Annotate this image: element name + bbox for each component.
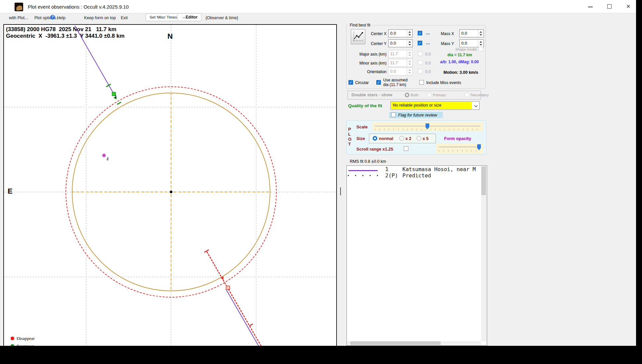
plot-letter-p: P <box>348 127 351 132</box>
close-button[interactable]: ✕ <box>621 0 636 13</box>
include-miss-checkbox[interactable] <box>419 80 424 85</box>
observation-row-name[interactable]: Predicted <box>402 172 431 179</box>
size-label: Size <box>356 136 365 141</box>
minor-axis-cb-value: 0.0 <box>425 61 431 66</box>
spinner-arrows <box>407 59 412 67</box>
flag-review-checkbox[interactable] <box>391 113 396 117</box>
close-icon: ✕ <box>626 3 630 10</box>
spinner-arrows[interactable] <box>407 30 412 37</box>
double-secondary-radio[interactable] <box>465 93 469 97</box>
horizontal-scrollbar-thumb[interactable] <box>350 341 440 345</box>
menu-exit[interactable]: Exit <box>121 16 128 20</box>
mass-y-spinner[interactable]: 0.0 <box>459 39 484 47</box>
observations-listbox[interactable]: 1 Katsumasa Hosoi, near M 2(P) Predicted <box>346 165 487 346</box>
center-dot <box>170 191 172 193</box>
opacity-slider-track[interactable] <box>436 143 483 153</box>
scroll-range-checkbox[interactable] <box>404 146 408 151</box>
help-icon[interactable]: ? <box>50 15 55 20</box>
center-x-spinner[interactable]: 0.0 <box>388 29 413 37</box>
horizontal-scrollbar[interactable] <box>347 341 481 345</box>
vertical-scrollbar-thumb[interactable] <box>482 167 486 195</box>
maximize-icon <box>607 4 612 9</box>
scroll-range-label: Scroll range x1.25 <box>356 147 393 152</box>
center-x-value[interactable]: 0.0 <box>390 31 396 36</box>
title-bar: Plot event observations : Occult v.4.202… <box>0 0 636 13</box>
editor-button[interactable]: →Editor <box>177 13 202 21</box>
size-x2-radio[interactable] <box>399 136 404 141</box>
menu-help[interactable]: Help <box>57 16 66 20</box>
minor-axis-checkbox[interactable] <box>418 60 423 65</box>
opacity-slider-ticks <box>439 150 480 152</box>
center-y-value[interactable]: 0.0 <box>390 41 396 46</box>
major-axis-spinner: 11.7 <box>388 50 413 58</box>
mass-y-label: Mass Y <box>437 41 454 46</box>
window-title: Plot event observations : Occult v.4.202… <box>28 4 129 10</box>
orientation-checkbox[interactable] <box>418 69 423 73</box>
set-miss-times-button[interactable]: Set 'Miss' Times <box>146 14 181 21</box>
menu-keep-form-on-top[interactable]: Keep form on top <box>84 16 116 20</box>
opacity-slider-thumb[interactable] <box>477 144 481 150</box>
mass-y-value[interactable]: 0.0 <box>461 41 467 46</box>
double-primary-label: Primary <box>433 93 446 97</box>
spinner-arrows <box>407 50 412 58</box>
vertical-scrollbar[interactable] <box>481 166 486 341</box>
disappear-dot <box>11 337 14 340</box>
center-x-label: Center X <box>357 31 387 36</box>
quality-dropdown[interactable]: No reliable position or size <box>390 101 480 110</box>
predicted-star-number: 2 <box>107 157 109 161</box>
shape-model-checkbox[interactable] <box>479 47 483 51</box>
minor-axis-spinner: 11.7 <box>388 59 413 67</box>
major-axis-label: Major axis (km) <box>347 52 387 57</box>
plot-canvas[interactable]: (33858) 2000 HG78 2025 Nov 21 11.7 km Ge… <box>3 24 337 346</box>
orientation-label: Orientation <box>347 69 387 74</box>
menu-plot-options[interactable]: Plot options... <box>34 16 60 20</box>
size-x5-radio[interactable] <box>417 136 421 141</box>
major-axis-checkbox[interactable] <box>418 51 423 56</box>
plot-title: (33858) 2000 HG78 2025 Nov 21 11.7 km <box>6 26 116 33</box>
circular-checkbox[interactable] <box>348 80 353 85</box>
spinner-arrows[interactable] <box>478 40 483 47</box>
legend-line-dotted-black <box>348 175 378 176</box>
spinner-arrows[interactable] <box>478 30 483 37</box>
chord-2-track-purple <box>226 290 259 346</box>
observation-row-num[interactable]: 1 <box>385 166 389 172</box>
minor-axis-label: Minor axis (km) <box>347 61 387 66</box>
size-x2-label: x 2 <box>405 136 411 141</box>
center-y-checkbox[interactable] <box>418 41 422 45</box>
opacity-slider-groove <box>439 147 480 147</box>
observation-row-name[interactable]: Katsumasa Hosoi, near M <box>402 166 476 172</box>
mass-x-spinner[interactable]: 0.0 <box>459 29 484 37</box>
double-both-radio[interactable] <box>405 93 409 97</box>
orientation-value: 0.0 <box>390 69 396 74</box>
orientation-spinner: 0.0 <box>388 68 413 75</box>
major-axis-cb-value: 0.0 <box>425 52 431 57</box>
orientation-cb-value: 0.0 <box>425 69 431 74</box>
scale-label: Scale <box>356 124 368 129</box>
mass-x-value[interactable]: 0.0 <box>461 31 467 36</box>
plot-subtitle: Geocentric X -3961.3 ±1.3 Y 3441.0 ±0.8 … <box>6 33 124 39</box>
scale-slider-ticks <box>375 129 480 130</box>
circular-label: Circular <box>355 80 369 85</box>
menu-with-plot[interactable]: with Plot... <box>9 16 28 20</box>
use-assumed-checkbox[interactable] <box>376 80 381 85</box>
size-x5-label: x 5 <box>423 136 429 141</box>
maximize-button[interactable] <box>602 0 617 13</box>
spinner-arrows[interactable] <box>407 40 412 47</box>
center-y-dash: --- <box>426 41 430 46</box>
chord-2-lower-tick <box>249 324 253 326</box>
center-x-checkbox[interactable] <box>418 31 422 35</box>
ab-dmag-text: a/b: 1.00, dMag: 0.00 <box>440 60 479 64</box>
minimize-button[interactable] <box>583 0 598 13</box>
shape-model-label: Shape model <box>455 47 477 51</box>
size-normal-radio[interactable] <box>373 136 377 141</box>
observer-time-label[interactable]: {Observer & time} <box>206 16 238 20</box>
form-opacity-label: Form opacity <box>444 136 471 141</box>
observation-row-num[interactable]: 2(P) <box>385 172 398 179</box>
plot-letter-o: O <box>348 137 351 142</box>
diameter-text: dia = 11.7 km <box>447 53 472 57</box>
scale-slider-track[interactable] <box>372 122 483 131</box>
center-y-spinner[interactable]: 0.0 <box>388 39 413 47</box>
legend-line-solid-purple <box>348 170 378 171</box>
north-label: N <box>167 32 173 41</box>
double-primary-radio[interactable] <box>427 93 432 97</box>
